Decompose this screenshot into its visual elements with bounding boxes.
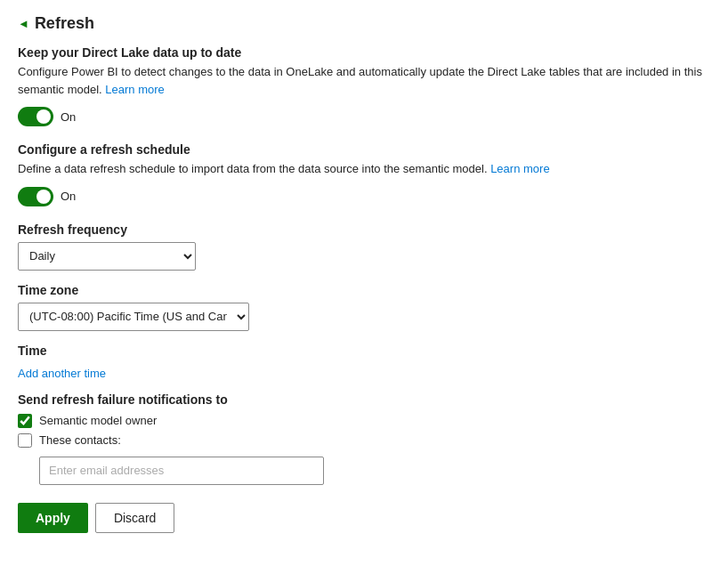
- direct-lake-section: Keep your Direct Lake data up to date Co…: [18, 45, 710, 126]
- contacts-checkbox[interactable]: [18, 433, 32, 448]
- frequency-group: Refresh frequency Daily Weekly: [18, 222, 710, 271]
- refresh-schedule-section: Configure a refresh schedule Define a da…: [18, 142, 710, 206]
- refresh-schedule-heading: Configure a refresh schedule: [18, 142, 710, 157]
- frequency-label: Refresh frequency: [18, 222, 710, 237]
- owner-checkbox[interactable]: [18, 414, 32, 428]
- direct-lake-learn-more[interactable]: Learn more: [105, 83, 164, 96]
- button-row: Apply Discard: [18, 503, 710, 533]
- discard-button[interactable]: Discard: [95, 503, 174, 533]
- refresh-schedule-toggle[interactable]: [18, 187, 53, 206]
- add-time-link[interactable]: Add another time: [18, 367, 106, 380]
- time-group: Time Add another time: [18, 344, 710, 380]
- email-input[interactable]: [39, 457, 324, 485]
- page-title: Refresh: [35, 14, 94, 33]
- chevron-icon: ◄: [18, 17, 29, 30]
- apply-button[interactable]: Apply: [18, 503, 88, 533]
- owner-checkbox-label[interactable]: Semantic model owner: [39, 414, 157, 427]
- time-label: Time: [18, 344, 710, 358]
- refresh-schedule-learn-more[interactable]: Learn more: [490, 162, 549, 175]
- refresh-schedule-toggle-label: On: [61, 190, 76, 203]
- page-title-row: ◄ Refresh: [18, 14, 710, 33]
- direct-lake-toggle[interactable]: [18, 107, 53, 126]
- notifications-heading: Send refresh failure notifications to: [18, 392, 710, 407]
- owner-checkbox-row: Semantic model owner: [18, 414, 710, 428]
- frequency-select[interactable]: Daily Weekly: [18, 242, 196, 271]
- contacts-checkbox-label[interactable]: These contacts:: [39, 433, 121, 447]
- refresh-schedule-toggle-row: On: [18, 187, 710, 206]
- notifications-section: Send refresh failure notifications to Se…: [18, 392, 710, 485]
- direct-lake-toggle-row: On: [18, 107, 710, 126]
- direct-lake-description: Configure Power BI to detect changes to …: [18, 63, 710, 98]
- direct-lake-heading: Keep your Direct Lake data up to date: [18, 45, 710, 60]
- contacts-checkbox-row: These contacts:: [18, 433, 710, 448]
- timezone-label: Time zone: [18, 283, 710, 297]
- timezone-select[interactable]: (UTC-08:00) Pacific Time (US and Can (UT…: [18, 303, 249, 331]
- direct-lake-toggle-label: On: [61, 110, 76, 124]
- refresh-schedule-description: Define a data refresh schedule to import…: [18, 160, 710, 178]
- timezone-group: Time zone (UTC-08:00) Pacific Time (US a…: [18, 283, 710, 331]
